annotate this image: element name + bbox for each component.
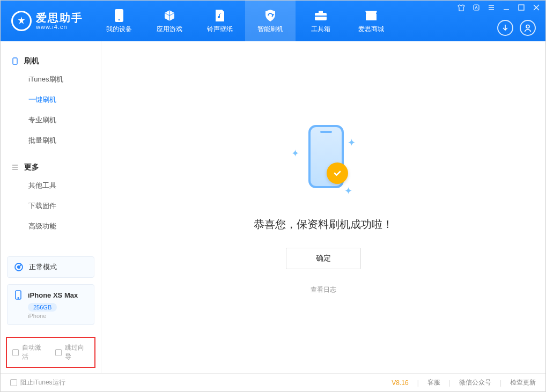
sparkle-icon: ✦ [344,185,352,197]
sidebar-group-flash: 刷机 [1,53,101,69]
sidebar-group-more: 更多 [1,159,101,175]
device-card[interactable]: iPhone XS Max 256GB iPhone [7,284,94,325]
svg-rect-3 [319,11,323,13]
main-tabs: 我的设备 应用游戏 铃声壁纸 智能刷机 工具箱 爱思商城 [94,1,396,41]
user-button[interactable] [520,20,536,36]
mode-icon [14,262,24,272]
checkbox-skip-guide[interactable]: 跳过向导 [55,343,90,361]
header: 爱思助手 www.i4.cn 我的设备 应用游戏 铃声壁纸 智能刷机 [1,1,545,41]
mode-card[interactable]: 正常模式 [7,256,94,278]
svg-point-1 [119,19,120,20]
success-illustration: ✦ ✦ ✦ [275,121,372,201]
svg-rect-5 [474,5,479,10]
music-file-icon [213,9,227,23]
store-icon [364,9,378,23]
device-icon [14,290,23,300]
wechat-link[interactable]: 微信公众号 [459,378,491,387]
sidebar: 刷机 iTunes刷机 一键刷机 专业刷机 批量刷机 更多 其他工具 下载固件 … [1,41,101,373]
checkbox-auto-activate[interactable]: 自动激活 [12,343,47,361]
svg-point-12 [18,298,19,299]
svg-point-10 [18,266,20,268]
brand-name: 爱思助手 [36,12,83,24]
nav-other-tools[interactable]: 其他工具 [1,175,101,196]
logo-icon [11,11,32,31]
checkbox-block-itunes[interactable]: 阻止iTunes运行 [10,378,65,387]
svg-rect-4 [315,16,327,17]
cube-icon [163,9,176,23]
nav-oneclick-flash[interactable]: 一键刷机 [1,90,101,110]
maximize-icon[interactable] [518,4,525,11]
main-content: ✦ ✦ ✦ 恭喜您，保资料刷机成功啦！ 确定 查看日志 [101,41,545,373]
tab-smart-flash[interactable]: 智能刷机 [245,1,296,41]
ok-button[interactable]: 确定 [286,248,361,269]
mode-label: 正常模式 [29,262,57,272]
device-storage-badge: 256GB [28,303,57,312]
checkbox-icon [10,379,17,386]
nav-pro-flash[interactable]: 专业刷机 [1,110,101,130]
tab-store[interactable]: 爱思商城 [346,1,396,41]
svg-rect-6 [519,5,524,10]
list-icon [11,164,19,171]
view-log-link[interactable]: 查看日志 [311,285,336,294]
sound-icon[interactable] [473,4,480,11]
version-label: V8.16 [392,379,408,387]
header-actions [497,20,536,36]
body: 刷机 iTunes刷机 一键刷机 专业刷机 批量刷机 更多 其他工具 下载固件 … [1,41,545,373]
toolbox-icon [314,9,328,23]
phone-icon [112,9,126,23]
support-link[interactable]: 客服 [427,378,440,387]
svg-rect-8 [13,58,17,64]
sidebar-nav: 刷机 iTunes刷机 一键刷机 专业刷机 批量刷机 更多 其他工具 下载固件 … [1,41,101,253]
check-badge-icon [327,162,348,184]
check-update-link[interactable]: 检查更新 [510,378,536,387]
minimize-icon[interactable] [503,4,510,11]
sparkle-icon: ✦ [348,137,356,149]
nav-advanced[interactable]: 高级功能 [1,216,101,236]
tab-toolbox[interactable]: 工具箱 [296,1,346,41]
device-type: iPhone [28,313,87,319]
footer: 阻止iTunes运行 V8.16 | 客服 | 微信公众号 | 检查更新 [1,373,545,391]
logo[interactable]: 爱思助手 www.i4.cn [1,11,94,31]
sparkle-icon: ✦ [291,147,299,159]
close-icon[interactable] [533,4,540,11]
nav-download-firmware[interactable]: 下载固件 [1,196,101,216]
download-button[interactable] [497,20,513,36]
tab-apps-games[interactable]: 应用游戏 [144,1,195,41]
device-name: iPhone XS Max [28,291,78,299]
checkbox-icon [55,349,62,356]
device-small-icon [11,57,19,65]
tab-ringtone-wallpaper[interactable]: 铃声壁纸 [195,1,245,41]
window-controls [458,4,540,11]
refresh-shield-icon [263,9,277,23]
nav-batch-flash[interactable]: 批量刷机 [1,130,101,151]
success-message: 恭喜您，保资料刷机成功啦！ [254,217,393,232]
svg-point-7 [526,25,529,28]
nav-itunes-flash[interactable]: iTunes刷机 [1,69,101,90]
shirt-icon[interactable] [458,4,465,11]
checkbox-icon [12,349,19,356]
options-highlight-box: 自动激活 跳过向导 [6,337,95,368]
brand-site: www.i4.cn [36,24,83,30]
tab-my-device[interactable]: 我的设备 [94,1,144,41]
app-window: 爱思助手 www.i4.cn 我的设备 应用游戏 铃声壁纸 智能刷机 [0,0,546,392]
menu-icon[interactable] [488,4,495,11]
